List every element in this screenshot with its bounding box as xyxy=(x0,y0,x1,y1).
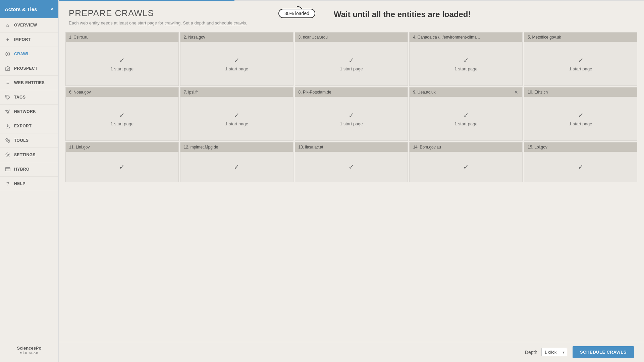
card-body-3: ✓ 1 start page xyxy=(295,42,408,85)
card-title-15: 15. Lbl.gov xyxy=(528,145,547,149)
entity-card-6[interactable]: 6. Noaa.gov ✓ 1 start page xyxy=(65,87,179,141)
card-header-7: 7. lpsl.fr xyxy=(180,87,293,97)
card-title-3: 3. ncar.Ucar.edu xyxy=(299,35,328,40)
entity-card-11[interactable]: 11. Llnl.gov ✓ xyxy=(65,142,179,182)
sidebar-item-prospect[interactable]: PROSPECT xyxy=(0,61,58,76)
card-body-13: ✓ xyxy=(295,152,408,182)
sidebar-item-export[interactable]: EXPORT xyxy=(0,119,58,133)
svg-line-8 xyxy=(6,111,7,111)
check-icon: ✓ xyxy=(463,56,469,64)
entity-card-13[interactable]: 13. liasa.ac.at ✓ xyxy=(295,142,408,182)
card-header-4: 4. Canada.ca /.../environment-clima... xyxy=(410,33,522,42)
card-title-4: 4. Canada.ca /.../environment-clima... xyxy=(413,35,480,40)
card-header-12: 12. mpimet.Mpg.de xyxy=(180,142,293,152)
sidebar-close-button[interactable]: × xyxy=(51,6,54,12)
grid-row-3: 11. Llnl.gov ✓ 12. mpimet.Mpg.de ✓ 13. l… xyxy=(65,142,637,182)
svg-point-2 xyxy=(7,68,8,69)
prospect-icon xyxy=(5,65,11,71)
svg-point-6 xyxy=(9,110,10,111)
close-card-9-button[interactable]: ✕ xyxy=(514,89,519,95)
check-icon: ✓ xyxy=(463,111,469,119)
loading-badge: 30% loaded xyxy=(278,9,315,18)
sidebar-item-hybro[interactable]: HYBRO xyxy=(0,162,58,177)
card-header-5: 5. Metoffice.gov.uk xyxy=(524,33,637,42)
entity-card-5[interactable]: 5. Metoffice.gov.uk ✓ 1 start page xyxy=(524,32,637,86)
start-page-count: 1 start page xyxy=(111,66,134,71)
check-icon: ✓ xyxy=(348,163,354,171)
sciencespo-logo: SciencesPo MÉDIALAB xyxy=(17,346,42,355)
sidebar-item-label: HELP xyxy=(14,181,25,186)
sidebar: Actors & Ties × ⌂ OVERVIEW + IMPORT CRAW… xyxy=(0,0,59,362)
check-icon: ✓ xyxy=(119,56,125,64)
card-body-15: ✓ xyxy=(524,152,637,182)
card-body-12: ✓ xyxy=(180,152,293,182)
card-title-1: 1. Csiro.au xyxy=(69,35,89,40)
entity-card-4[interactable]: 4. Canada.ca /.../environment-clima... ✓… xyxy=(409,32,523,86)
check-icon: ✓ xyxy=(348,111,354,119)
sidebar-item-import[interactable]: + IMPORT xyxy=(0,33,58,47)
card-body-11: ✓ xyxy=(66,152,178,182)
check-icon: ✓ xyxy=(234,111,239,119)
card-body-9: ✓ 1 start page xyxy=(410,97,522,140)
entity-card-10[interactable]: 10. Ethz.ch ✓ 1 start page xyxy=(524,87,637,141)
sidebar-header: Actors & Ties × xyxy=(0,0,58,18)
sidebar-item-help[interactable]: ? HELP xyxy=(0,177,58,191)
entity-card-14[interactable]: 14. Bom.gov.au ✓ xyxy=(409,142,523,182)
settings-icon xyxy=(5,152,11,158)
schedule-crawls-button[interactable]: SCHEDULE CRAWLS xyxy=(573,346,634,358)
card-title-11: 11. Llnl.gov xyxy=(69,145,90,149)
svg-point-12 xyxy=(8,140,10,142)
entity-card-3[interactable]: 3. ncar.Ucar.edu ✓ 1 start page xyxy=(295,32,408,86)
sidebar-item-web-entities[interactable]: ≡ WEB ENTITIES xyxy=(0,76,58,90)
start-page-count: 1 start page xyxy=(225,121,248,126)
card-header-2: 2. Nasa.gov xyxy=(180,33,293,42)
entity-card-9[interactable]: 9. Uea.ac.uk ✕ ✓ 1 start page xyxy=(409,87,523,141)
entity-card-2[interactable]: 2. Nasa.gov ✓ 1 start page xyxy=(180,32,293,86)
sidebar-item-label: HYBRO xyxy=(14,167,30,172)
page-subtitle: Each web entity needs at least one start… xyxy=(69,20,634,25)
card-header-6: 6. Noaa.gov xyxy=(66,87,178,97)
entity-card-8[interactable]: 8. Pik-Potsdam.de ✓ 1 start page xyxy=(295,87,408,141)
sidebar-item-settings[interactable]: SETTINGS xyxy=(0,148,58,162)
start-page-count: 1 start page xyxy=(569,121,592,126)
sidebar-item-overview[interactable]: ⌂ OVERVIEW xyxy=(0,18,58,33)
svg-point-3 xyxy=(6,96,7,97)
check-icon: ✓ xyxy=(578,111,584,119)
start-page-count: 1 start page xyxy=(111,121,134,126)
entity-card-1[interactable]: 1. Csiro.au ✓ 1 start page xyxy=(65,32,179,86)
sidebar-item-label: TAGS xyxy=(14,95,25,100)
card-header-15: 15. Lbl.gov xyxy=(524,142,637,152)
depth-select[interactable]: 1 click 2 clicks 3 clicks 4 clicks 5 cli… xyxy=(541,348,567,356)
card-header-1: 1. Csiro.au xyxy=(66,33,178,42)
start-page-count: 1 start page xyxy=(454,121,478,126)
svg-point-4 xyxy=(7,111,9,113)
entity-card-7[interactable]: 7. lpsl.fr ✓ 1 start page xyxy=(180,87,293,141)
card-header-14: 14. Bom.gov.au xyxy=(410,142,522,152)
sidebar-item-label: SETTINGS xyxy=(14,153,36,157)
sidebar-item-crawl[interactable]: CRAWL xyxy=(0,47,58,61)
sidebar-item-label: NETWORK xyxy=(14,109,36,114)
tag-icon xyxy=(5,94,11,100)
card-body-8: ✓ 1 start page xyxy=(295,97,408,140)
grid-row-1: 1. Csiro.au ✓ 1 start page 2. Nasa.gov ✓… xyxy=(65,32,637,86)
card-body-6: ✓ 1 start page xyxy=(66,97,178,140)
depth-select-wrapper: 1 click 2 clicks 3 clicks 4 clicks 5 cli… xyxy=(541,348,567,356)
entity-card-15[interactable]: 15. Lbl.gov ✓ xyxy=(524,142,637,182)
card-body-2: ✓ 1 start page xyxy=(180,42,293,85)
plus-icon: + xyxy=(5,37,11,43)
sidebar-item-tags[interactable]: TAGS xyxy=(0,90,58,105)
sidebar-item-network[interactable]: NETWORK xyxy=(0,105,58,119)
page-header: PREPARE CRAWLS Each web entity needs at … xyxy=(59,1,644,29)
check-icon: ✓ xyxy=(234,56,239,64)
card-header-11: 11. Llnl.gov xyxy=(66,142,178,152)
sidebar-item-tools[interactable]: TOOLS xyxy=(0,133,58,148)
check-icon: ✓ xyxy=(578,163,584,171)
sidebar-item-label: OVERVIEW xyxy=(14,23,37,27)
crawl-icon xyxy=(5,51,11,57)
card-title-5: 5. Metoffice.gov.uk xyxy=(528,35,561,40)
entity-card-12[interactable]: 12. mpimet.Mpg.de ✓ xyxy=(180,142,293,182)
card-title-6: 6. Noaa.gov xyxy=(69,90,91,95)
start-page-count: 1 start page xyxy=(340,121,363,126)
check-icon: ✓ xyxy=(348,56,354,64)
card-body-10: ✓ 1 start page xyxy=(524,97,637,140)
